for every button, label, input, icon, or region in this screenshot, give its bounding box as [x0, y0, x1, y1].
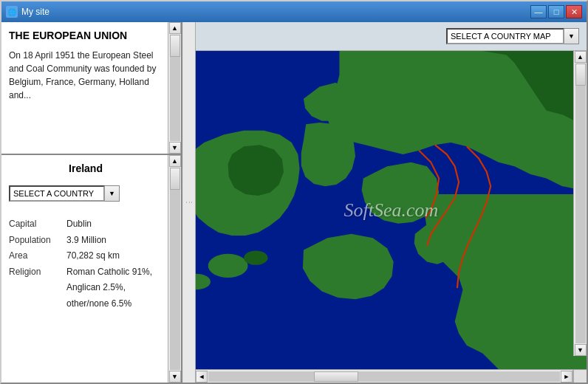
country-select-arrow[interactable]: ▼ — [105, 185, 120, 202]
map-toolbar: SELECT A COUNTRY MAP ▼ — [196, 22, 587, 51]
map-select[interactable]: SELECT A COUNTRY MAP — [446, 28, 564, 44]
country-scroll-track[interactable] — [170, 168, 180, 370]
capital-label: Capital — [9, 216, 61, 233]
country-scroll-thumb[interactable] — [170, 168, 180, 190]
religion-value: Roman Catholic 91%, Anglican 2.5%, other… — [66, 264, 163, 312]
title-controls: — □ ✕ — [530, 5, 582, 18]
map-select-wrapper: SELECT A COUNTRY MAP ▼ — [446, 28, 579, 44]
content-area: THE EUROPEAN UNION On 18 April 1951 the … — [1, 22, 587, 383]
map-scroll-thumb-h[interactable] — [314, 371, 358, 382]
country-info-table: Capital Dublin Population 3.9 Million Ar… — [9, 216, 163, 312]
map-scroll-down[interactable]: ▼ — [575, 344, 587, 356]
capital-row: Capital Dublin — [9, 216, 163, 233]
map-scrollbar-h: ◄ ► — [196, 370, 573, 383]
small-island-1 — [208, 254, 248, 278]
scroll-track[interactable] — [170, 35, 180, 141]
small-island-3 — [244, 250, 267, 264]
eu-info-section: THE EUROPEAN UNION On 18 April 1951 the … — [1, 22, 181, 155]
close-button[interactable]: ✕ — [566, 5, 582, 18]
area-row: Area 70,282 sq km — [9, 248, 163, 264]
map-scroll-up[interactable]: ▲ — [575, 51, 587, 63]
religion-row: Religion Roman Catholic 91%, Anglican 2.… — [9, 264, 163, 312]
eu-info-content: THE EUROPEAN UNION On 18 April 1951 the … — [1, 22, 181, 109]
scroll-down-arrow[interactable]: ▼ — [169, 142, 181, 154]
population-row: Population 3.9 Million — [9, 233, 163, 249]
map-scroll-right[interactable]: ► — [561, 371, 572, 383]
country-scroll-down[interactable]: ▼ — [169, 371, 181, 383]
main-window: 🌐 My site — □ ✕ THE EUROPEAN UNION On 18… — [0, 0, 588, 384]
map-scroll-track-h[interactable] — [208, 371, 560, 382]
country-info-content: Ireland SELECT A COUNTRY ▼ Capital Dubli… — [1, 155, 181, 320]
window-icon: 🌐 — [6, 6, 18, 18]
scrollbar-corner — [573, 370, 587, 383]
country-select-wrapper: SELECT A COUNTRY ▼ — [9, 185, 163, 202]
map-scrollbar-v: ▲ ▼ — [573, 51, 587, 356]
panel-divider: ⋮ — [182, 22, 196, 383]
country-select[interactable]: SELECT A COUNTRY — [9, 185, 105, 202]
left-panel: THE EUROPEAN UNION On 18 April 1951 the … — [1, 22, 182, 383]
map-scroll-thumb-v[interactable] — [575, 64, 586, 86]
area-value: 70,282 sq km — [66, 248, 120, 264]
eu-title: THE EUROPEAN UNION — [9, 30, 163, 41]
divider-handle: ⋮ — [185, 199, 194, 206]
map-svg — [196, 51, 587, 369]
country-name: Ireland — [9, 162, 163, 174]
scroll-thumb[interactable] — [170, 35, 180, 57]
area-label: Area — [9, 248, 61, 264]
bottom-bar: ◄ ► — [196, 369, 587, 383]
maximize-button[interactable]: □ — [548, 5, 564, 18]
religion-label: Religion — [9, 264, 61, 312]
window-title: My site — [21, 7, 49, 17]
eu-scrollbar: ▲ ▼ — [168, 22, 181, 154]
country-scroll-up[interactable]: ▲ — [169, 155, 181, 167]
map-scroll-track-v[interactable] — [575, 64, 586, 343]
title-bar: 🌐 My site — □ ✕ — [1, 1, 587, 22]
scroll-up-arrow[interactable]: ▲ — [169, 22, 181, 34]
population-label: Population — [9, 233, 61, 249]
minimize-button[interactable]: — — [530, 5, 547, 18]
country-scrollbar: ▲ ▼ — [168, 155, 181, 383]
title-bar-left: 🌐 My site — [6, 6, 49, 18]
map-scroll-left[interactable]: ◄ — [196, 371, 208, 383]
right-panel: SELECT A COUNTRY MAP ▼ — [196, 22, 587, 383]
eu-text: On 18 April 1951 the European Steel and … — [9, 49, 163, 102]
capital-value: Dublin — [66, 216, 92, 233]
map-select-arrow[interactable]: ▼ — [564, 28, 579, 44]
country-info-section: Ireland SELECT A COUNTRY ▼ Capital Dubli… — [1, 155, 181, 383]
map-container: SoftSea.com ▲ ▼ — [196, 51, 587, 369]
population-value: 3.9 Million — [66, 233, 106, 249]
